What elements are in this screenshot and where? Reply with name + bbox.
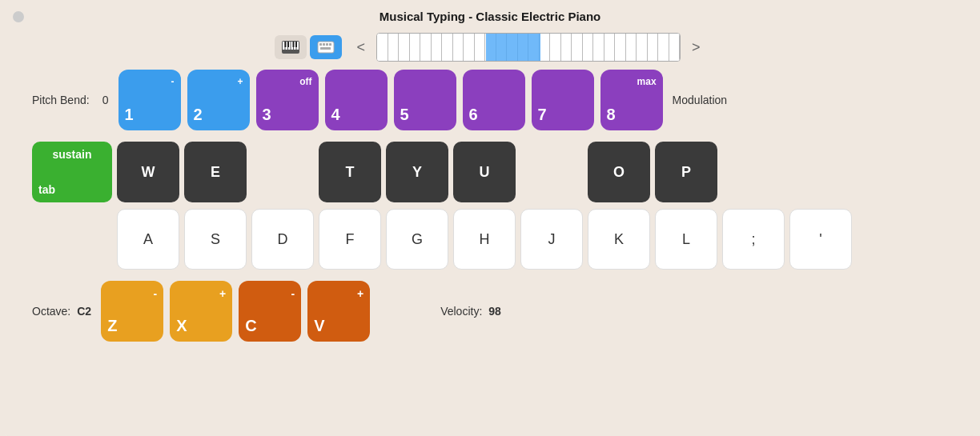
pitch-key-4-bottom: 4 xyxy=(331,106,340,124)
key-J[interactable]: J xyxy=(520,209,583,270)
mini-key xyxy=(464,34,475,61)
octave-key-C-top: - xyxy=(291,287,295,300)
mini-key xyxy=(453,34,464,61)
svg-rect-9 xyxy=(293,42,295,47)
mini-key xyxy=(593,34,604,61)
mini-key xyxy=(572,34,583,61)
pitch-key-3[interactable]: off 3 xyxy=(256,70,319,130)
key-spacer xyxy=(251,142,314,202)
keyboard-icon xyxy=(317,41,335,54)
mini-key xyxy=(410,34,421,61)
app-window: Musical Typing - Classic Electric Piano xyxy=(0,0,980,436)
svg-rect-1 xyxy=(283,42,285,50)
window-title: Musical Typing - Classic Electric Piano xyxy=(380,10,600,23)
key-Y[interactable]: Y xyxy=(386,142,448,202)
mini-key xyxy=(518,34,529,61)
pitch-key-1-bottom: 1 xyxy=(125,106,134,124)
pitch-key-8-bottom: 8 xyxy=(607,106,616,124)
pitch-bend-value: 0 xyxy=(99,94,112,106)
octave-key-Z-top: - xyxy=(153,287,157,300)
toolbar: < xyxy=(0,30,980,70)
pitch-key-2-bottom: 2 xyxy=(194,106,203,124)
velocity-value: 98 xyxy=(488,305,501,318)
mini-key xyxy=(658,34,669,61)
key-L[interactable]: L xyxy=(655,209,717,270)
octave-key-V-bottom: V xyxy=(314,317,324,335)
key-O[interactable]: O xyxy=(588,142,650,202)
svg-rect-8 xyxy=(287,42,289,47)
pitch-key-7[interactable]: 7 xyxy=(532,70,594,130)
octave-key-C-bottom: C xyxy=(245,317,256,335)
octave-key-Z[interactable]: - Z xyxy=(101,281,163,342)
pitch-key-4[interactable]: 4 xyxy=(325,70,388,130)
pitch-key-3-top: off xyxy=(299,76,311,87)
key-spacer xyxy=(722,142,785,202)
pitch-key-8-top: max xyxy=(637,76,657,87)
key-spacer xyxy=(520,142,583,202)
mini-key xyxy=(377,34,388,61)
main-content: Pitch Bend: 0 - 1 + 2 off 3 4 xyxy=(0,70,980,436)
octave-key-Z-bottom: Z xyxy=(107,317,117,335)
mini-key xyxy=(583,34,594,61)
mini-key xyxy=(432,34,443,61)
octave-key-V-top: + xyxy=(357,287,363,300)
pitch-key-2[interactable]: + 2 xyxy=(187,70,250,130)
key-semicolon[interactable]: ; xyxy=(722,209,785,270)
pitch-bend-label: Pitch Bend: xyxy=(32,94,90,106)
piano-view-button[interactable] xyxy=(275,35,307,59)
key-U[interactable]: U xyxy=(453,142,516,202)
sustain-bottom-label: tab xyxy=(38,183,55,196)
octave-key-C[interactable]: - C xyxy=(239,281,301,342)
svg-rect-15 xyxy=(329,43,331,46)
mini-key xyxy=(475,34,486,61)
mini-key xyxy=(399,34,410,61)
pitch-key-7-bottom: 7 xyxy=(538,106,547,124)
key-H[interactable]: H xyxy=(453,209,516,270)
pitch-key-1-top: - xyxy=(171,76,175,87)
pitch-key-2-top: + xyxy=(238,76,243,87)
octave-key-X[interactable]: + X xyxy=(170,281,232,342)
key-W[interactable]: W xyxy=(117,142,179,202)
piano-nav: < xyxy=(351,33,705,62)
svg-rect-14 xyxy=(326,43,328,46)
key-S[interactable]: S xyxy=(184,209,247,270)
keyboard-view-button[interactable] xyxy=(310,35,342,59)
traffic-lights xyxy=(13,11,24,26)
octave-label: Octave: xyxy=(32,305,70,318)
pitch-key-3-bottom: 3 xyxy=(263,106,271,124)
pitch-key-6-bottom: 6 xyxy=(469,106,478,124)
pitch-key-8[interactable]: max 8 xyxy=(600,70,663,130)
svg-rect-10 xyxy=(295,42,297,47)
key-apostrophe[interactable]: ' xyxy=(789,209,852,270)
key-F[interactable]: F xyxy=(319,209,381,270)
key-T[interactable]: T xyxy=(319,142,381,202)
velocity-label: Velocity: xyxy=(440,305,482,318)
nav-right-button[interactable]: > xyxy=(687,39,705,56)
key-A[interactable]: A xyxy=(117,209,179,270)
key-E[interactable]: E xyxy=(184,142,247,202)
close-button[interactable] xyxy=(13,11,24,22)
key-G[interactable]: G xyxy=(386,209,448,270)
octave-key-V[interactable]: + V xyxy=(307,281,370,342)
mini-key xyxy=(507,34,518,61)
key-K[interactable]: K xyxy=(588,209,650,270)
white-key-row: A S D F G H J K L ; ' xyxy=(32,209,948,270)
mini-white-keys xyxy=(377,34,680,61)
pitch-key-5[interactable]: 5 xyxy=(394,70,456,130)
svg-rect-16 xyxy=(320,47,331,50)
octave-key-X-bottom: X xyxy=(176,317,187,335)
velocity-section: Velocity: 98 xyxy=(440,305,501,318)
octave-value: C2 xyxy=(77,305,91,318)
pitch-key-5-bottom: 5 xyxy=(400,106,409,124)
nav-left-button[interactable]: < xyxy=(351,39,370,56)
key-P[interactable]: P xyxy=(655,142,717,202)
mini-key xyxy=(496,34,508,61)
pitch-key-6[interactable]: 6 xyxy=(463,70,525,130)
pitch-key-1[interactable]: - 1 xyxy=(118,70,181,130)
toolbar-icon-group xyxy=(275,35,342,59)
mini-key xyxy=(637,34,648,61)
piano-icon xyxy=(282,41,299,54)
sustain-key[interactable]: sustain tab xyxy=(32,142,112,202)
key-D[interactable]: D xyxy=(251,209,314,270)
mini-key xyxy=(648,34,659,61)
